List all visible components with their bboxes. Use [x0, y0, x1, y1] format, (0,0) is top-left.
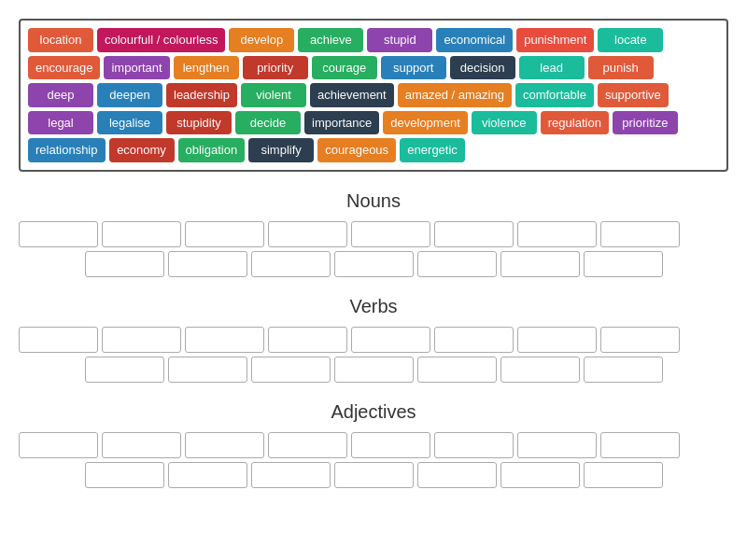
- word-tile[interactable]: punish: [588, 56, 654, 80]
- word-tile[interactable]: obligation: [178, 138, 246, 162]
- drop-box[interactable]: [334, 251, 414, 277]
- drop-box[interactable]: [268, 432, 347, 458]
- drop-box[interactable]: [351, 432, 430, 458]
- drop-box[interactable]: [19, 432, 98, 458]
- drop-box[interactable]: [85, 357, 164, 383]
- drop-box[interactable]: [251, 462, 331, 488]
- drop-box[interactable]: [102, 327, 181, 353]
- word-tile[interactable]: stupidity: [166, 111, 232, 135]
- drop-box[interactable]: [417, 462, 497, 488]
- drop-row-2: [19, 357, 728, 383]
- word-tile[interactable]: punishment: [516, 28, 594, 52]
- drop-box[interactable]: [517, 221, 597, 247]
- drop-box[interactable]: [85, 251, 164, 277]
- word-bank: locationcolourfull / colourlessdevelopac…: [19, 19, 728, 172]
- drop-box[interactable]: [500, 251, 580, 277]
- word-tile[interactable]: supportive: [598, 83, 669, 107]
- drop-box[interactable]: [584, 357, 663, 383]
- word-tile[interactable]: courage: [312, 56, 377, 80]
- drop-box[interactable]: [334, 357, 414, 383]
- drop-box[interactable]: [584, 251, 663, 277]
- word-tile[interactable]: priority: [243, 56, 308, 80]
- drop-box[interactable]: [185, 221, 264, 247]
- drop-box[interactable]: [351, 221, 430, 247]
- word-tile[interactable]: colourfull / colourless: [97, 28, 225, 52]
- word-tile[interactable]: amazed / amazing: [398, 83, 512, 107]
- word-tile[interactable]: support: [381, 56, 446, 80]
- drop-row-1: [19, 327, 728, 353]
- drop-row-1: [19, 432, 728, 458]
- category-section: Nouns: [19, 190, 728, 277]
- word-tile[interactable]: deep: [28, 83, 93, 107]
- drop-box[interactable]: [584, 462, 663, 488]
- word-tile[interactable]: development: [383, 111, 467, 135]
- drop-box[interactable]: [417, 357, 497, 383]
- word-tile[interactable]: courageous: [317, 138, 396, 162]
- drop-box[interactable]: [168, 251, 247, 277]
- drop-box[interactable]: [268, 221, 347, 247]
- word-tile[interactable]: legal: [28, 111, 93, 135]
- word-tile[interactable]: develop: [229, 28, 294, 52]
- drop-box[interactable]: [351, 327, 430, 353]
- word-tile[interactable]: violent: [241, 83, 306, 107]
- word-tile[interactable]: violence: [472, 111, 537, 135]
- word-tile[interactable]: importance: [304, 111, 379, 135]
- word-tile[interactable]: stupid: [367, 28, 432, 52]
- word-tile[interactable]: lead: [519, 56, 585, 80]
- drop-box[interactable]: [517, 432, 597, 458]
- drop-box[interactable]: [417, 251, 497, 277]
- drop-box[interactable]: [251, 357, 331, 383]
- word-tile[interactable]: decide: [235, 111, 301, 135]
- drop-box[interactable]: [102, 221, 181, 247]
- drop-box[interactable]: [19, 221, 98, 247]
- section-title: Verbs: [19, 296, 728, 317]
- word-tile[interactable]: comfortable: [515, 83, 594, 107]
- word-tile[interactable]: legalise: [97, 111, 162, 135]
- word-tile[interactable]: location: [28, 28, 93, 52]
- word-tile[interactable]: regulation: [541, 111, 609, 135]
- drop-box[interactable]: [600, 327, 680, 353]
- word-tile[interactable]: relationship: [28, 138, 106, 162]
- drop-box[interactable]: [185, 327, 264, 353]
- word-tile[interactable]: simplify: [248, 138, 314, 162]
- drop-box[interactable]: [600, 221, 680, 247]
- drop-row-2: [19, 462, 728, 488]
- word-tile[interactable]: economical: [436, 28, 513, 52]
- drop-box[interactable]: [85, 462, 164, 488]
- word-tile[interactable]: locate: [598, 28, 663, 52]
- drop-box[interactable]: [168, 357, 247, 383]
- word-tile[interactable]: leadership: [166, 83, 237, 107]
- drop-box[interactable]: [251, 251, 331, 277]
- word-tile[interactable]: decision: [450, 56, 515, 80]
- drop-box[interactable]: [102, 432, 181, 458]
- drop-box[interactable]: [268, 327, 347, 353]
- category-section: Verbs: [19, 296, 728, 383]
- drop-box[interactable]: [185, 432, 264, 458]
- word-tile[interactable]: encourage: [28, 56, 100, 80]
- category-section: Adjectives: [19, 401, 728, 488]
- drop-box[interactable]: [168, 462, 247, 488]
- word-tile[interactable]: deepen: [97, 83, 162, 107]
- drop-box[interactable]: [434, 221, 514, 247]
- word-tile[interactable]: achieve: [298, 28, 363, 52]
- drop-box[interactable]: [19, 327, 98, 353]
- drop-box[interactable]: [334, 462, 414, 488]
- section-title: Nouns: [19, 190, 728, 212]
- drop-row-2: [19, 251, 728, 277]
- drop-box[interactable]: [434, 432, 514, 458]
- drop-row-1: [19, 221, 728, 247]
- drop-box[interactable]: [500, 462, 580, 488]
- word-tile[interactable]: economy: [109, 138, 175, 162]
- word-tile[interactable]: energetic: [400, 138, 465, 162]
- drop-box[interactable]: [500, 357, 580, 383]
- word-tile[interactable]: lengthen: [174, 56, 239, 80]
- word-tile[interactable]: prioritize: [613, 111, 678, 135]
- word-tile[interactable]: important: [104, 56, 169, 80]
- drop-box[interactable]: [434, 327, 514, 353]
- word-tile[interactable]: achievement: [310, 83, 394, 107]
- drop-box[interactable]: [517, 327, 597, 353]
- drop-box[interactable]: [600, 432, 680, 458]
- section-title: Adjectives: [19, 401, 728, 423]
